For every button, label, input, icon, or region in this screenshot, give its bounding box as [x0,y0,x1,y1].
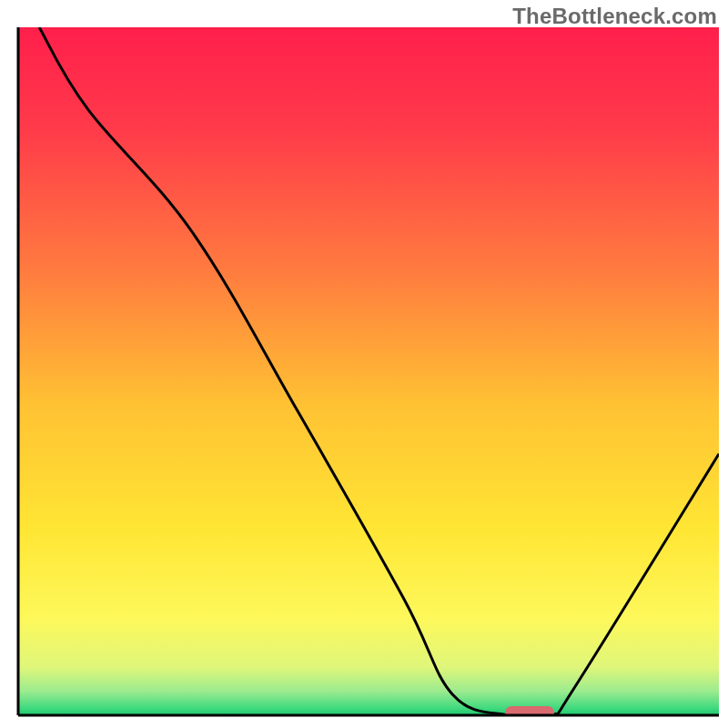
chart-container: TheBottleneck.com [0,0,728,728]
bottleneck-chart [0,0,728,728]
optimal-range-marker [505,706,554,719]
gradient-background [18,27,719,715]
